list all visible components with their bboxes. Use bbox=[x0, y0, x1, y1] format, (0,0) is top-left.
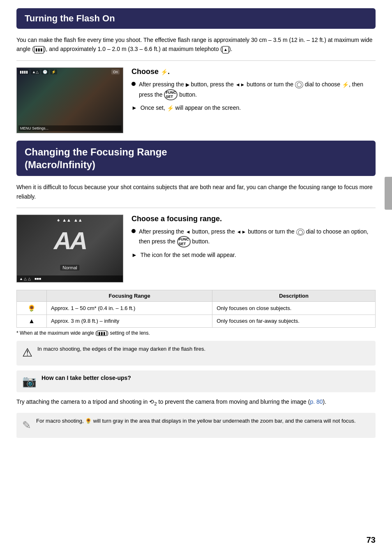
macro-top-icons: ♠ ▲▲ ▲▲ bbox=[57, 217, 82, 222]
camera-image-macro: ♠ ▲▲ ▲▲ AA Normal ▲ △ △ ■■■ bbox=[16, 215, 123, 282]
camera-overlay: ▮▮▮▮ ▲△ 🕐 ⚡ On bbox=[17, 68, 123, 133]
dial-icon2: ◯ bbox=[296, 229, 304, 236]
tip-box: 📷 How can I take better close-ups? bbox=[16, 370, 376, 392]
macro-mode-icon1: ♠ bbox=[57, 217, 60, 222]
bullet-circle2 bbox=[131, 229, 136, 233]
section2-choose-heading: Choose a focusing range. bbox=[131, 215, 376, 223]
infinity-desc-cell: Only focuses on far-away subjects. bbox=[212, 315, 376, 327]
right-arrow-icon: ▶ bbox=[186, 81, 189, 88]
section1-bullet2: ► Once set, ⚡ will appear on the screen. bbox=[131, 104, 376, 113]
focusing-range-table: Focusing Range Description 🌻 Approx. 1 –… bbox=[16, 290, 376, 328]
tip-link[interactable]: p. 80 bbox=[310, 398, 323, 405]
flash-on-icon: ⚡ bbox=[50, 69, 57, 74]
timer-icon: 🕐 bbox=[42, 69, 48, 74]
battery-icon: ▮▮▮▮ bbox=[18, 69, 29, 74]
macro-desc-cell: Only focuses on close subjects. bbox=[212, 301, 376, 315]
camera-bottom-menu: MENU Settings... bbox=[18, 125, 121, 131]
macro-bottom-icon1: ▲ △ △ bbox=[19, 277, 31, 281]
note-text: For macro shooting, 🌻 will turn gray in … bbox=[36, 417, 356, 426]
arrow-marker2: ► bbox=[131, 251, 137, 259]
note-box: ✎ For macro shooting, 🌻 will turn gray i… bbox=[16, 413, 376, 438]
macro-bottom-icon2: ■■■ bbox=[35, 277, 41, 281]
macro-range-cell: Approx. 1 – 50 cm* (0.4 in. – 1.6 ft.) bbox=[47, 301, 212, 315]
notice-box: ⚠ In macro shooting, the edges of the im… bbox=[16, 341, 376, 366]
zoom-icon: ▲△ bbox=[31, 69, 40, 74]
menu-label: MENU Settings... bbox=[20, 126, 48, 130]
table-footnote: * When at the maximum wide angle (▮▮▮) s… bbox=[16, 330, 376, 336]
table-row-infinity: ▲ Approx. 3 m (9.8 ft.) – infinity Only … bbox=[17, 315, 376, 327]
section2-bullet2: ► The icon for the set mode will appear. bbox=[131, 251, 376, 259]
camera-top-bar: ▮▮▮▮ ▲△ 🕐 ⚡ bbox=[18, 69, 121, 74]
arrow-marker1: ► bbox=[131, 104, 137, 112]
telephoto-icon: ▲ bbox=[222, 46, 229, 53]
divider2 bbox=[16, 208, 376, 208]
macro-bottom-bar: ▲ △ △ ■■■ bbox=[17, 275, 123, 282]
section2-bullet1-text: After pressing the ◄ button, press the ◄… bbox=[139, 227, 376, 248]
camera-image-flash: ▮▮▮▮ ▲△ 🕐 ⚡ On MENU Settings... bbox=[16, 67, 123, 133]
section1-steps: Choose ⚡. After pressing the ▶ button, p… bbox=[131, 67, 376, 115]
macro-mode-icon3: ▲▲ bbox=[74, 217, 83, 222]
section1-intro: You can make the flash fire every time y… bbox=[16, 35, 376, 54]
tip-body: Try attaching the camera to a tripod and… bbox=[16, 397, 376, 407]
section2-header: Changing the Focusing Range(Macro/Infini… bbox=[16, 141, 376, 176]
tip-heading: How can I take better close-ups? bbox=[42, 375, 131, 381]
flash-choose-icon: ⚡ bbox=[161, 69, 168, 75]
wide-angle-icon: ▮▮▮ bbox=[34, 46, 44, 53]
section1-bullet1-text: After pressing the ▶ button, press the ◄… bbox=[139, 80, 376, 100]
divider1 bbox=[16, 60, 376, 61]
bullet-circle1 bbox=[131, 82, 136, 86]
infinity-icon-cell: ▲ bbox=[17, 315, 47, 327]
table-row-macro: 🌻 Approx. 1 – 50 cm* (0.4 in. – 1.6 ft.)… bbox=[17, 301, 376, 315]
flash-icon3: ⚡ bbox=[167, 104, 174, 113]
table-col3-header: Description bbox=[212, 290, 376, 301]
macro-mode-icon2: ▲▲ bbox=[62, 217, 71, 222]
section1-title: Turning the Flash On bbox=[25, 13, 115, 23]
table-col1-header bbox=[17, 290, 47, 301]
section1-header: Turning the Flash On bbox=[16, 8, 376, 29]
section2-bullet1: After pressing the ◄ button, press the ◄… bbox=[131, 227, 376, 248]
left-right-arrow-icon: ◄► bbox=[235, 81, 245, 88]
macro-normal-label: Normal bbox=[60, 265, 79, 271]
tip-icon: 📷 bbox=[22, 375, 37, 388]
macro-center-aa-icon: AA bbox=[54, 226, 86, 255]
section1-choose-heading: Choose ⚡. bbox=[131, 67, 376, 76]
page-number: 73 bbox=[367, 535, 376, 545]
func-set-btn2: FUNCSET bbox=[177, 236, 191, 248]
section1-bullet1: After pressing the ▶ button, press the ◄… bbox=[131, 80, 376, 100]
section2-title: Changing the Focusing Range(Macro/Infini… bbox=[25, 146, 167, 170]
right-tab bbox=[385, 177, 392, 210]
table-col2-header: Focusing Range bbox=[47, 290, 212, 301]
note-icon: ✎ bbox=[22, 417, 31, 434]
notice-icon: ⚠ bbox=[22, 344, 32, 361]
func-set-btn: FUNCSET bbox=[164, 89, 178, 101]
left-arrow-icon: ◄ bbox=[186, 228, 191, 236]
section2-intro: When it is difficult to focus because yo… bbox=[16, 183, 376, 201]
notice-text: In macro shooting, the edges of the imag… bbox=[37, 345, 205, 353]
wide-angle-icon2: ▮▮▮ bbox=[97, 331, 107, 336]
section1-bullet2-text: Once set, ⚡ will appear on the screen. bbox=[141, 104, 241, 113]
section1-content: ▮▮▮▮ ▲△ 🕐 ⚡ On MENU Settings... Choose ⚡… bbox=[16, 67, 376, 133]
dial-icon: ◯ bbox=[295, 81, 303, 88]
section2-bullet2-text: The icon for the set mode will appear. bbox=[141, 251, 236, 259]
section2-content: ♠ ▲▲ ▲▲ AA Normal ▲ △ △ ■■■ Choose a foc… bbox=[16, 215, 376, 282]
macro-icon-cell: 🌻 bbox=[17, 301, 47, 315]
section2-steps: Choose a focusing range. After pressing … bbox=[131, 215, 376, 262]
camera-screen-flash: ▮▮▮▮ ▲△ 🕐 ⚡ On MENU Settings... bbox=[17, 68, 123, 133]
left-right-arrow-icon2: ◄► bbox=[237, 228, 247, 236]
infinity-range-cell: Approx. 3 m (9.8 ft.) – infinity bbox=[47, 315, 212, 327]
on-badge: On bbox=[111, 69, 120, 74]
flash-icon2: ⚡ bbox=[342, 81, 349, 89]
camera-screen-macro: ♠ ▲▲ ▲▲ AA Normal ▲ △ △ ■■■ bbox=[17, 215, 123, 282]
